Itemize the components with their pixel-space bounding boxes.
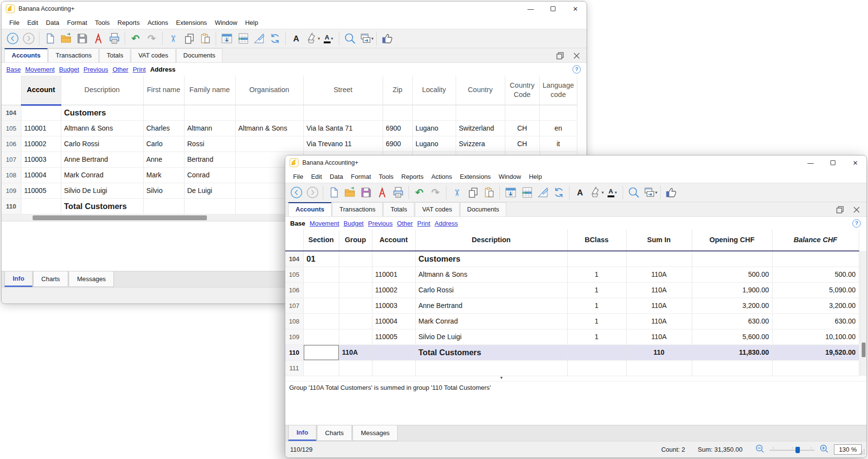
row-number[interactable]: 107: [285, 298, 303, 313]
cell[interactable]: [339, 267, 372, 282]
cell[interactable]: De Luigi: [184, 183, 235, 198]
cell[interactable]: 500.00: [772, 267, 859, 282]
panel-tab-charts[interactable]: Charts: [33, 271, 68, 287]
cell[interactable]: [303, 329, 339, 344]
recalculate-icon[interactable]: [551, 185, 567, 200]
view-link-address[interactable]: Address: [150, 66, 175, 73]
copy-icon[interactable]: [465, 185, 481, 200]
column-header-bclass[interactable]: BClass: [567, 230, 626, 251]
window-panels-icon[interactable]: ▾: [642, 185, 658, 200]
menu-item-data[interactable]: Data: [42, 18, 63, 28]
tab-transactions[interactable]: Transactions: [332, 202, 383, 216]
cell[interactable]: 1: [567, 267, 626, 282]
cell[interactable]: [692, 251, 772, 267]
cell[interactable]: [339, 329, 372, 344]
cell[interactable]: 10,100.00: [772, 329, 859, 344]
column-header-description[interactable]: Description: [415, 230, 567, 251]
cell[interactable]: 1: [567, 298, 626, 313]
cell[interactable]: [567, 251, 626, 267]
cell[interactable]: [567, 360, 626, 376]
fill-color-icon[interactable]: ▾: [588, 185, 604, 200]
row-number[interactable]: 108: [285, 313, 303, 329]
cut-icon[interactable]: ✂: [165, 31, 181, 46]
zoom-in-icon[interactable]: [819, 444, 829, 455]
panel-tab-info[interactable]: Info: [4, 271, 33, 287]
panel-tab-messages[interactable]: Messages: [69, 271, 114, 287]
redo-icon[interactable]: ↷: [427, 185, 443, 200]
view-link-movement[interactable]: Movement: [25, 66, 55, 73]
view-link-other[interactable]: Other: [397, 220, 413, 227]
corner-cell[interactable]: [1, 76, 21, 105]
tab-totals[interactable]: Totals: [99, 48, 130, 62]
row-number[interactable]: 105: [285, 267, 303, 282]
cell[interactable]: Silvio: [143, 183, 184, 198]
column-header-street[interactable]: Street: [303, 76, 383, 105]
zoom-level[interactable]: 130 %: [834, 444, 862, 455]
cell[interactable]: 110: [626, 344, 692, 360]
cell[interactable]: 1: [567, 313, 626, 329]
new-file-icon[interactable]: [326, 185, 342, 200]
cell[interactable]: Rossi: [184, 136, 235, 152]
cell[interactable]: CH: [505, 120, 539, 136]
cell[interactable]: [303, 282, 339, 298]
insert-column-icon[interactable]: [235, 31, 251, 46]
zoom-slider[interactable]: [770, 446, 814, 453]
vertical-scrollbar[interactable]: [860, 251, 867, 376]
view-link-movement[interactable]: Movement: [310, 220, 339, 227]
cell[interactable]: Silvio De Luigi: [61, 183, 143, 198]
row-number[interactable]: 104: [285, 251, 303, 267]
view-link-other[interactable]: Other: [112, 66, 129, 73]
cell[interactable]: [303, 298, 339, 313]
menu-item-data[interactable]: Data: [326, 172, 347, 182]
print-icon[interactable]: [390, 185, 406, 200]
cell[interactable]: Altmann & Sons: [61, 120, 143, 136]
tab-totals[interactable]: Totals: [383, 202, 414, 216]
cell[interactable]: Anne Bertrand: [415, 298, 567, 313]
corner-cell[interactable]: [285, 230, 303, 251]
cell[interactable]: 110003: [21, 152, 61, 167]
column-header-family-name[interactable]: Family name: [184, 76, 235, 105]
view-link-print[interactable]: Print: [133, 66, 146, 73]
view-link-previous[interactable]: Previous: [84, 66, 109, 73]
forward-icon[interactable]: [20, 31, 37, 46]
menu-item-tools[interactable]: Tools: [375, 172, 397, 182]
insert-row-icon[interactable]: [502, 185, 518, 200]
cell[interactable]: 110A: [626, 267, 692, 282]
paste-icon[interactable]: [481, 185, 497, 200]
cell[interactable]: 19,520.00: [772, 344, 859, 360]
row-number[interactable]: 109: [285, 329, 303, 344]
cell[interactable]: Total Customers: [415, 344, 567, 360]
cell[interactable]: Altmann & Sons: [235, 120, 303, 136]
dropdown-caret-icon[interactable]: ▾: [615, 190, 617, 195]
resize-grip-icon[interactable]: [860, 449, 865, 456]
cell[interactable]: 110003: [372, 298, 415, 313]
font-icon[interactable]: A: [572, 185, 588, 200]
print-icon[interactable]: [106, 31, 122, 46]
design-icon[interactable]: [535, 185, 551, 200]
menu-item-actions[interactable]: Actions: [144, 18, 172, 28]
font-icon[interactable]: A: [288, 31, 304, 46]
maximize-button[interactable]: [822, 155, 844, 170]
cell[interactable]: [143, 105, 184, 120]
search-icon[interactable]: [342, 31, 358, 46]
cell[interactable]: [383, 105, 412, 120]
view-link-base[interactable]: Base: [290, 220, 305, 227]
row-number[interactable]: 110: [285, 344, 303, 360]
cell[interactable]: [339, 360, 372, 376]
titlebar[interactable]: Banana Accounting+ — ✕: [1, 1, 587, 16]
cell[interactable]: [567, 344, 626, 360]
cell[interactable]: 3,200.00: [692, 298, 772, 313]
close-button[interactable]: ✕: [564, 1, 587, 16]
view-link-budget[interactable]: Budget: [59, 66, 79, 73]
cell[interactable]: [372, 251, 415, 267]
insert-column-icon[interactable]: [518, 185, 535, 200]
help-icon[interactable]: ?: [852, 219, 861, 228]
row-number[interactable]: 106: [1, 136, 21, 152]
column-header-country[interactable]: Country: [456, 76, 505, 105]
cell[interactable]: Anne: [143, 152, 184, 167]
cell[interactable]: 11,830.00: [692, 344, 772, 360]
cell[interactable]: Svizzera: [456, 136, 505, 152]
tab-accounts[interactable]: Accounts: [288, 202, 332, 216]
cell[interactable]: [303, 360, 339, 376]
cell[interactable]: [692, 360, 772, 376]
